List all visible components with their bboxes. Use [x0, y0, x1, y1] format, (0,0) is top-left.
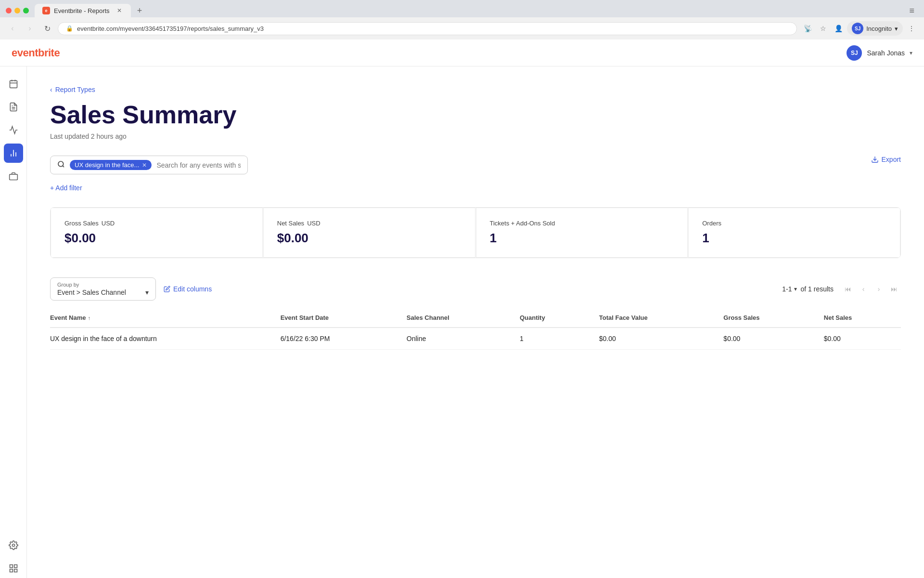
add-filter[interactable]: + Add filter [50, 184, 901, 192]
dropdown-arrow: ▾ [145, 289, 149, 296]
bookmark-icon[interactable]: ☆ [816, 22, 830, 35]
search-bar: UX design in the face... ✕ [50, 156, 248, 174]
col-sales-channel[interactable]: Sales Channel [399, 308, 512, 328]
tab-close-button[interactable]: ✕ [116, 7, 123, 14]
app-header: eventbrite SJ Sarah Jonas ▾ [0, 39, 924, 66]
svg-rect-9 [9, 174, 17, 180]
controls-left: Group by Event > Sales Channel ▾ Edit co… [50, 277, 212, 301]
sidebar-item-grid[interactable] [4, 559, 23, 578]
svg-rect-14 [10, 569, 13, 572]
incognito-initials: SJ [855, 26, 860, 31]
pagination-range-dropdown[interactable]: 1-1 ▾ [782, 285, 796, 293]
sidebar-item-marketing[interactable] [4, 120, 23, 140]
sidebar-item-reports[interactable] [4, 97, 23, 117]
sidebar-item-finance[interactable] [4, 167, 23, 186]
breadcrumb-label: Report Types [55, 86, 95, 93]
search-tag-label: UX design in the face... [75, 161, 139, 169]
sidebar [0, 66, 27, 578]
user-menu-chevron: ▾ [910, 50, 912, 56]
svg-line-18 [63, 166, 64, 167]
incognito-avatar: SJ [852, 23, 863, 34]
eventbrite-logo[interactable]: eventbrite [12, 47, 60, 59]
incognito-badge[interactable]: SJ Incognito ▾ [847, 21, 903, 36]
address-bar[interactable]: 🔒 eventbrite.com/myevent/336451735197/re… [58, 22, 797, 35]
page-title: Sales Summary [50, 101, 901, 129]
pagination-range-chevron: ▾ [794, 286, 797, 292]
pagination-nav: ⏮ ‹ › ⏭ [841, 282, 901, 296]
browser-controls: ‹ › ↻ 🔒 eventbrite.com/myevent/336451735… [0, 17, 924, 39]
net-sales-label: Net Sales [277, 220, 304, 227]
svg-point-10 [12, 544, 14, 547]
pagination-of: of 1 results [801, 285, 834, 293]
pagination-last-button[interactable]: ⏭ [887, 282, 901, 296]
edit-columns-label: Edit columns [173, 285, 212, 293]
reload-button[interactable]: ↻ [40, 22, 54, 35]
browser-actions: 📡 ☆ 👤 SJ Incognito ▾ ⋮ [801, 21, 918, 36]
user-avatar: SJ [847, 45, 862, 61]
net-sales-currency: USD [307, 220, 320, 227]
pagination-range: 1-1 [782, 285, 792, 293]
new-tab-button[interactable]: + [133, 4, 146, 17]
table-controls: Group by Event > Sales Channel ▾ Edit co… [50, 277, 901, 301]
tab-title: Eventbrite - Reports [54, 7, 110, 14]
svg-rect-0 [10, 80, 17, 88]
export-label: Export [882, 156, 901, 163]
col-event-name[interactable]: Event Name ↑ [50, 308, 273, 328]
browser-tab[interactable]: e Eventbrite - Reports ✕ [35, 4, 131, 17]
minimize-traffic-light[interactable] [14, 8, 20, 13]
main-content: ‹ Report Types Sales Summary Last update… [27, 66, 924, 578]
add-filter-label: + Add filter [50, 184, 82, 192]
col-total-face-value[interactable]: Total Face Value [591, 308, 716, 328]
search-input[interactable] [156, 161, 241, 169]
user-name: Sarah Jonas [867, 49, 905, 57]
cell-quantity: 1 [512, 328, 591, 350]
svg-rect-13 [14, 569, 17, 572]
profile-icon[interactable]: 👤 [832, 22, 845, 35]
stat-card-net-sales: Net Sales USD $0.00 [263, 208, 475, 258]
event-name-sort-icon: ↑ [88, 315, 90, 321]
group-by-dropdown[interactable]: Group by Event > Sales Channel ▾ [50, 277, 156, 301]
sidebar-item-settings[interactable] [4, 536, 23, 555]
table-body: UX design in the face of a downturn 6/16… [50, 328, 901, 350]
page-subtitle: Last updated 2 hours ago [50, 132, 901, 140]
search-tag-close[interactable]: ✕ [142, 162, 147, 169]
col-quantity[interactable]: Quantity [512, 308, 591, 328]
browser-chrome: e Eventbrite - Reports ✕ + ≡ ‹ › ↻ 🔒 eve… [0, 0, 924, 39]
cell-net-sales: $0.00 [816, 328, 901, 350]
sidebar-item-calendar[interactable] [4, 74, 23, 93]
more-options-icon[interactable]: ⋮ [905, 22, 918, 35]
sidebar-item-analytics[interactable] [4, 144, 23, 163]
tickets-label: Tickets + Add-Ons Sold [490, 220, 555, 227]
tickets-value: 1 [490, 231, 674, 246]
col-event-start-date[interactable]: Event Start Date [273, 308, 399, 328]
search-tag[interactable]: UX design in the face... ✕ [70, 160, 152, 170]
table-header-row: Event Name ↑ Event Start Date Sales Chan… [50, 308, 901, 328]
stat-card-orders: Orders 1 [688, 208, 900, 258]
close-traffic-light[interactable] [6, 8, 12, 13]
table-row: UX design in the face of a downturn 6/16… [50, 328, 901, 350]
breadcrumb[interactable]: ‹ Report Types [50, 86, 901, 93]
col-net-sales[interactable]: Net Sales [816, 308, 901, 328]
tab-favicon: e [42, 7, 50, 14]
pagination-first-button[interactable]: ⏮ [841, 282, 855, 296]
forward-button[interactable]: › [23, 22, 37, 35]
edit-columns-button[interactable]: Edit columns [164, 285, 212, 293]
cell-gross-sales: $0.00 [716, 328, 816, 350]
data-table: Event Name ↑ Event Start Date Sales Chan… [50, 308, 901, 350]
svg-rect-11 [10, 565, 13, 568]
gross-sales-value: $0.00 [64, 231, 249, 246]
user-menu[interactable]: SJ Sarah Jonas ▾ [847, 45, 912, 61]
gross-sales-currency: USD [102, 220, 115, 227]
pagination-next-button[interactable]: › [872, 282, 886, 296]
pagination-prev-button[interactable]: ‹ [857, 282, 870, 296]
col-gross-sales[interactable]: Gross Sales [716, 308, 816, 328]
cast-icon[interactable]: 📡 [801, 22, 814, 35]
browser-menu-button[interactable]: ≡ [905, 6, 918, 16]
traffic-lights [6, 8, 29, 13]
cell-event-start-date: 6/16/22 6:30 PM [273, 328, 399, 350]
maximize-traffic-light[interactable] [23, 8, 29, 13]
stats-row: Gross Sales USD $0.00 Net Sales USD $0.0… [50, 207, 901, 258]
back-button[interactable]: ‹ [6, 22, 19, 35]
export-button[interactable]: Export [871, 156, 901, 163]
net-sales-value: $0.00 [277, 231, 462, 246]
